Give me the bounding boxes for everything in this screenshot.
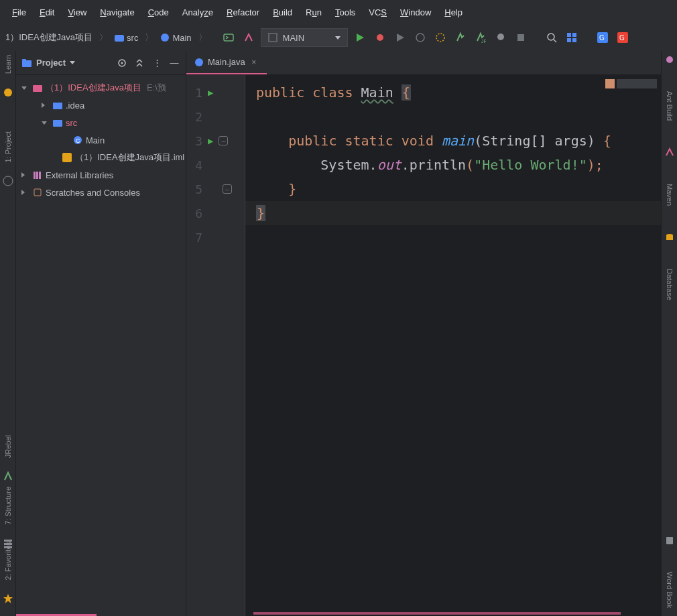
jrebel-run-icon[interactable]: [452, 29, 469, 46]
tree-src-folder[interactable]: src: [16, 114, 186, 131]
svg-rect-25: [22, 59, 26, 62]
horizontal-scrollbar[interactable]: [253, 612, 621, 615]
breadcrumb-src[interactable]: src: [113, 32, 139, 44]
folder-icon: [32, 83, 43, 93]
code-editor-body[interactable]: 1▶ 2 3▶– 4 5– 6 7 public class Main { pu…: [186, 75, 661, 616]
menu-navigate[interactable]: Navigate: [93, 5, 141, 20]
svg-rect-37: [34, 189, 41, 196]
line-number: 4: [186, 158, 202, 172]
tool-jrebel-label: JRebel: [4, 435, 12, 458]
star-icon: [3, 593, 13, 604]
fold-icon[interactable]: –: [219, 136, 228, 145]
menu-file[interactable]: File: [5, 5, 33, 20]
tool-favorites-label: 2: Favorites: [4, 542, 12, 580]
tree-idea-label: .idea: [66, 101, 84, 111]
breadcrumbs: 1）IDEA创建Java项目 〉 src 〉 Main 〉: [4, 30, 210, 45]
tool-learn[interactable]: Learn: [4, 55, 12, 74]
svg-rect-42: [666, 537, 673, 544]
breadcrumb-class-label: Main: [172, 33, 191, 43]
code-content[interactable]: public class Main { public static void m…: [245, 75, 661, 616]
translate-alt-icon[interactable]: G: [615, 29, 631, 46]
expand-icon: [21, 172, 29, 178]
menu-tools[interactable]: Tools: [328, 5, 362, 20]
menu-analyze[interactable]: Analyze: [176, 5, 220, 20]
settings-icon[interactable]: ⋮: [151, 57, 163, 69]
run-configuration-select[interactable]: MAIN: [261, 28, 348, 47]
chevron-right-icon: 〉: [142, 32, 156, 44]
stop-button[interactable]: [513, 29, 529, 46]
right-tool-stripe: Ant Build Maven Database Word Book: [661, 51, 677, 616]
svg-text:G: G: [619, 34, 625, 42]
tool-learn-label: Learn: [4, 55, 12, 74]
run-anything-icon[interactable]: [221, 29, 237, 46]
jrebel-stripe-icon: [3, 471, 13, 482]
attach-debugger-icon[interactable]: [432, 29, 448, 46]
run-gutter-icon[interactable]: ▶: [208, 87, 213, 98]
minimap-strip: [617, 79, 657, 88]
line-number: 7: [186, 231, 202, 245]
editor: Main.java × 1▶ 2 3▶– 4 5– 6 7 public cla…: [186, 51, 661, 616]
breadcrumb-class[interactable]: Main: [159, 32, 192, 44]
project-tree: （1）IDEA创建Java项目 E:\预 .idea src C Main: [16, 75, 186, 616]
tool-structure-label: 7: Structure: [4, 487, 12, 525]
menu-build[interactable]: Build: [266, 5, 299, 20]
run-coverage-button[interactable]: [392, 29, 408, 46]
collapse-all-icon[interactable]: [133, 57, 145, 69]
run-button[interactable]: [352, 29, 368, 46]
menu-edit[interactable]: Edit: [33, 5, 61, 20]
svg-point-38: [195, 58, 203, 66]
project-structure-icon[interactable]: [564, 29, 580, 46]
folder-src-icon: [115, 33, 124, 42]
tool-database[interactable]: Database: [666, 269, 674, 300]
translate-icon[interactable]: G: [595, 29, 611, 46]
tree-root[interactable]: （1）IDEA创建Java项目 E:\预: [16, 79, 186, 97]
select-opened-file-icon[interactable]: [116, 57, 128, 69]
tree-scratches[interactable]: Scratches and Consoles: [16, 184, 186, 201]
menu-view[interactable]: View: [61, 5, 93, 20]
debug-button[interactable]: [372, 29, 388, 46]
tool-ant[interactable]: Ant Build: [666, 91, 674, 121]
build-icon[interactable]: [241, 29, 257, 46]
menu-help[interactable]: Help: [438, 5, 469, 20]
database-icon: [665, 233, 674, 242]
tree-main-class[interactable]: C Main: [16, 131, 186, 149]
svg-rect-0: [115, 35, 124, 42]
tree-idea-folder[interactable]: .idea: [16, 97, 186, 114]
menu-run[interactable]: Run: [299, 5, 328, 20]
jrebel-profile-icon[interactable]: [493, 29, 509, 46]
profile-button[interactable]: [412, 29, 428, 46]
search-everywhere-icon[interactable]: [544, 29, 560, 46]
tool-wordbook[interactable]: Word Book: [666, 572, 674, 608]
tree-external-libs[interactable]: External Libraries: [16, 166, 186, 184]
svg-rect-35: [36, 172, 38, 179]
run-gutter-icon[interactable]: ▶: [208, 135, 213, 146]
tool-structure[interactable]: 7: Structure: [4, 487, 12, 525]
class-icon: [194, 58, 204, 67]
jrebel-debug-icon[interactable]: JR: [473, 29, 489, 46]
tool-jrebel[interactable]: JRebel: [4, 435, 12, 458]
menu-code[interactable]: Code: [141, 5, 176, 20]
project-view-select[interactable]: Project: [21, 58, 75, 68]
hide-icon[interactable]: —: [168, 57, 180, 69]
inspection-indicator: [605, 79, 615, 88]
minimap[interactable]: [605, 79, 657, 88]
svg-rect-41: [666, 235, 673, 240]
file-tab-main[interactable]: Main.java ×: [186, 51, 267, 74]
breadcrumb-project[interactable]: 1）IDEA创建Java项目: [4, 30, 94, 45]
learn-icon: [3, 87, 13, 98]
tool-favorites[interactable]: 2: Favorites: [4, 542, 12, 580]
maven-icon: [665, 147, 674, 157]
tool-project[interactable]: 1: Project: [4, 131, 12, 162]
tree-external-label: External Libraries: [46, 170, 113, 180]
expand-icon: [42, 121, 50, 125]
menu-refactor[interactable]: Refactor: [220, 5, 266, 20]
tool-maven[interactable]: Maven: [666, 184, 674, 206]
fold-icon[interactable]: –: [223, 184, 232, 194]
menu-window[interactable]: Window: [393, 5, 438, 20]
svg-text:C: C: [76, 137, 80, 144]
close-icon[interactable]: ×: [249, 58, 259, 67]
tree-iml-file[interactable]: （1）IDEA创建Java项目.iml: [16, 149, 186, 166]
library-icon: [32, 170, 43, 180]
menu-vcs[interactable]: VCS: [362, 5, 393, 20]
svg-rect-29: [53, 103, 62, 109]
